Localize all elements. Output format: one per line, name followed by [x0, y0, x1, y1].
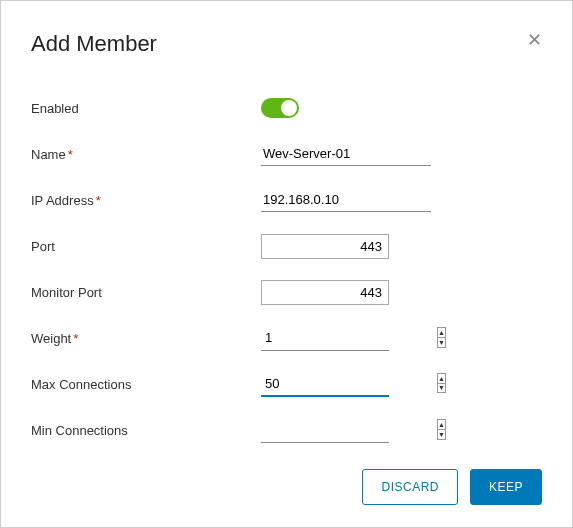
max-connections-stepper[interactable]: ▲ ▼: [437, 373, 446, 393]
monitor-port-input[interactable]: [261, 280, 389, 305]
weight-input[interactable]: [261, 325, 437, 350]
max-connections-input[interactable]: [261, 371, 437, 395]
enabled-toggle[interactable]: [261, 98, 299, 118]
chevron-down-icon[interactable]: ▼: [438, 338, 445, 347]
chevron-down-icon[interactable]: ▼: [438, 384, 445, 393]
required-marker: *: [96, 193, 101, 208]
required-marker: *: [68, 147, 73, 162]
name-label: Name: [31, 147, 66, 162]
dialog-title: Add Member: [31, 31, 157, 57]
weight-label: Weight: [31, 331, 71, 346]
required-marker: *: [73, 331, 78, 346]
chevron-up-icon[interactable]: ▲: [438, 374, 445, 384]
chevron-down-icon[interactable]: ▼: [438, 430, 445, 439]
enabled-label: Enabled: [31, 101, 261, 116]
port-input[interactable]: [261, 234, 389, 259]
name-input[interactable]: [261, 142, 431, 166]
min-connections-stepper[interactable]: ▲ ▼: [437, 419, 446, 440]
port-label: Port: [31, 239, 261, 254]
discard-button[interactable]: Discard: [362, 469, 458, 505]
min-connections-label: Min Connections: [31, 423, 261, 438]
chevron-up-icon[interactable]: ▲: [438, 420, 445, 430]
ip-address-label: IP Address: [31, 193, 94, 208]
chevron-up-icon[interactable]: ▲: [438, 328, 445, 338]
close-button[interactable]: ✕: [527, 31, 542, 49]
max-connections-label: Max Connections: [31, 377, 261, 392]
ip-address-input[interactable]: [261, 188, 431, 212]
monitor-port-label: Monitor Port: [31, 285, 261, 300]
keep-button[interactable]: Keep: [470, 469, 542, 505]
close-icon: ✕: [527, 30, 542, 50]
min-connections-input[interactable]: [261, 417, 437, 442]
weight-stepper[interactable]: ▲ ▼: [437, 327, 446, 348]
